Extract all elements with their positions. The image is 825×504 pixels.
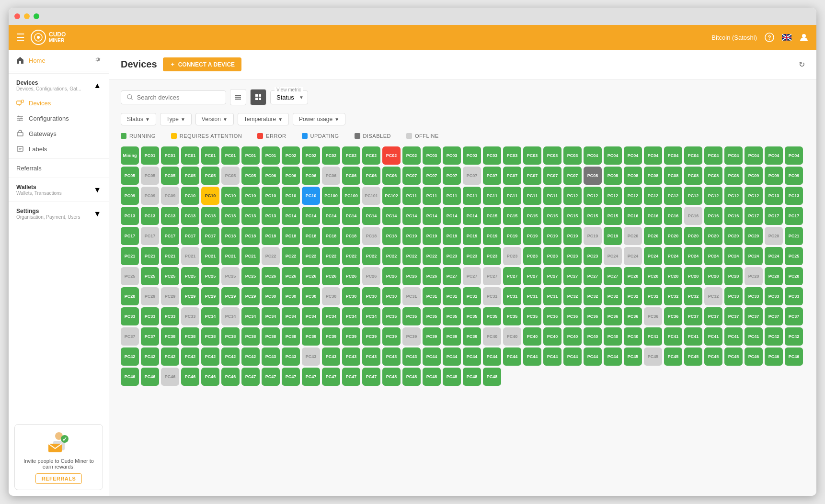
- device-cell[interactable]: PC29: [201, 287, 219, 305]
- device-cell[interactable]: PC39: [382, 327, 401, 346]
- device-cell[interactable]: PC17: [765, 207, 783, 225]
- device-cell[interactable]: PC01: [262, 146, 280, 165]
- device-cell[interactable]: PC17: [745, 207, 763, 225]
- device-cell[interactable]: PC07: [423, 167, 441, 185]
- device-cell[interactable]: PC20: [745, 227, 763, 245]
- device-cell[interactable]: PC35: [503, 307, 521, 325]
- device-cell[interactable]: PC10: [262, 187, 280, 205]
- device-cell[interactable]: PC05: [121, 167, 139, 185]
- device-cell[interactable]: PC08: [684, 167, 702, 185]
- device-cell[interactable]: PC14: [362, 207, 380, 225]
- device-cell[interactable]: PC37: [785, 307, 803, 325]
- device-cell[interactable]: PC45: [704, 347, 722, 366]
- device-cell[interactable]: PC07: [523, 167, 541, 185]
- device-cell[interactable]: PC27: [523, 267, 541, 285]
- wallets-group-header[interactable]: Wallets Wallets, Transactions ▼: [9, 180, 109, 200]
- device-cell[interactable]: PC46: [201, 368, 219, 386]
- device-cell[interactable]: PC41: [724, 327, 743, 346]
- device-cell[interactable]: PC48: [423, 368, 441, 386]
- referral-button[interactable]: REFERRALS: [35, 473, 82, 484]
- device-cell[interactable]: PC12: [745, 187, 763, 205]
- device-cell[interactable]: PC03: [423, 146, 441, 165]
- device-cell[interactable]: PC39: [463, 327, 481, 346]
- device-cell[interactable]: PC30: [262, 287, 280, 305]
- device-cell[interactable]: PC04: [644, 146, 662, 165]
- device-cell[interactable]: PC24: [724, 247, 743, 265]
- device-cell[interactable]: PC41: [664, 327, 682, 346]
- device-cell[interactable]: PC27: [483, 267, 501, 285]
- device-cell[interactable]: PC22: [423, 247, 441, 265]
- device-cell[interactable]: PC37: [684, 307, 702, 325]
- device-cell[interactable]: PC15: [483, 207, 501, 225]
- device-cell[interactable]: PC23: [483, 247, 501, 265]
- device-cell[interactable]: PC38: [262, 327, 280, 346]
- device-cell[interactable]: PC43: [322, 347, 340, 366]
- device-cell[interactable]: PC44: [463, 347, 481, 366]
- device-cell[interactable]: PC15: [584, 207, 602, 225]
- device-cell[interactable]: PC06: [262, 167, 280, 185]
- device-cell[interactable]: PC36: [664, 307, 682, 325]
- device-cell[interactable]: PC14: [342, 207, 360, 225]
- device-cell[interactable]: PC12: [664, 187, 682, 205]
- device-cell[interactable]: PC14: [382, 207, 401, 225]
- device-cell[interactable]: PC40: [604, 327, 622, 346]
- device-cell[interactable]: PC24: [644, 247, 662, 265]
- device-cell[interactable]: PC16: [704, 207, 722, 225]
- device-cell[interactable]: PC28: [684, 267, 702, 285]
- device-cell[interactable]: PC48: [443, 368, 461, 386]
- device-cell[interactable]: PC26: [282, 267, 300, 285]
- device-cell[interactable]: PC12: [724, 187, 743, 205]
- device-cell[interactable]: PC41: [745, 327, 763, 346]
- device-cell[interactable]: PC06: [322, 167, 340, 185]
- device-cell[interactable]: PC100: [322, 187, 340, 205]
- device-cell[interactable]: PC30: [362, 287, 380, 305]
- device-cell[interactable]: PC31: [463, 287, 481, 305]
- device-cell[interactable]: PC24: [604, 247, 622, 265]
- device-cell[interactable]: PC17: [785, 207, 803, 225]
- device-cell[interactable]: PC23: [503, 247, 521, 265]
- device-cell[interactable]: PC17: [121, 227, 139, 245]
- refresh-button[interactable]: ↻: [799, 60, 805, 69]
- device-cell[interactable]: PC40: [584, 327, 602, 346]
- device-cell[interactable]: PC06: [362, 167, 380, 185]
- device-cell[interactable]: PC35: [423, 307, 441, 325]
- device-cell[interactable]: PC28: [724, 267, 743, 285]
- device-cell[interactable]: PC21: [201, 247, 219, 265]
- hamburger-menu[interactable]: ☰: [16, 32, 25, 43]
- version-filter[interactable]: Version ▼: [195, 113, 234, 125]
- device-cell[interactable]: PC16: [724, 207, 743, 225]
- device-cell[interactable]: PC25: [221, 267, 240, 285]
- device-cell[interactable]: PC05: [161, 167, 179, 185]
- device-cell[interactable]: PC01: [221, 146, 240, 165]
- device-cell[interactable]: PC09: [141, 187, 159, 205]
- device-cell[interactable]: PC29: [221, 287, 240, 305]
- device-cell[interactable]: PC44: [443, 347, 461, 366]
- account-icon[interactable]: [799, 33, 809, 42]
- device-cell[interactable]: PC32: [704, 287, 722, 305]
- device-cell[interactable]: PC11: [463, 187, 481, 205]
- maximize-dot[interactable]: [34, 13, 39, 19]
- device-cell[interactable]: PC16: [624, 207, 642, 225]
- device-cell[interactable]: PC37: [704, 307, 722, 325]
- device-cell[interactable]: PC08: [624, 167, 642, 185]
- device-cell[interactable]: PC05: [241, 167, 260, 185]
- device-cell[interactable]: PC42: [161, 347, 179, 366]
- device-cell[interactable]: PC21: [181, 247, 199, 265]
- device-cell[interactable]: PC19: [604, 227, 622, 245]
- device-cell[interactable]: PC46: [121, 368, 139, 386]
- device-cell[interactable]: PC25: [785, 247, 803, 265]
- device-cell[interactable]: PC19: [443, 227, 461, 245]
- device-cell[interactable]: PC11: [402, 187, 421, 205]
- device-cell[interactable]: PC10: [181, 187, 199, 205]
- device-cell[interactable]: PC42: [765, 327, 783, 346]
- device-cell[interactable]: PC37: [724, 307, 743, 325]
- device-cell[interactable]: Mining: [121, 146, 139, 165]
- device-cell[interactable]: PC45: [644, 347, 662, 366]
- device-cell[interactable]: PC20: [644, 227, 662, 245]
- device-cell[interactable]: PC15: [503, 207, 521, 225]
- device-cell[interactable]: PC18: [262, 227, 280, 245]
- device-cell[interactable]: PC18: [282, 227, 300, 245]
- device-cell[interactable]: PC13: [201, 207, 219, 225]
- device-cell[interactable]: PC19: [483, 227, 501, 245]
- device-cell[interactable]: PC31: [443, 287, 461, 305]
